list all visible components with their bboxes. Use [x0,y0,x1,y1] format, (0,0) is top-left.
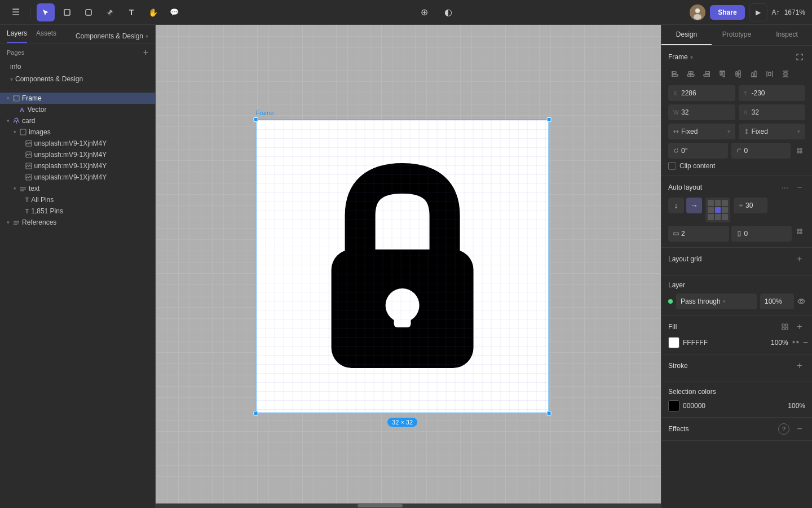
layer-image-1[interactable]: unsplash:mV9-1XjnM4Y [0,138,155,149]
align-center-v-button[interactable] [731,67,745,81]
h-field[interactable]: H [739,104,806,120]
layer-vector[interactable]: Vector [0,104,155,115]
align-dot-bl[interactable] [708,214,714,220]
autolayout-more-button[interactable]: ··· [779,182,791,193]
canvas-scrollbar[interactable] [156,503,661,508]
align-center-h-button[interactable] [684,67,698,81]
layer-images[interactable]: ▾ images [0,126,155,138]
zoom-display[interactable]: 1671% [784,8,805,16]
align-dot-tl[interactable] [708,200,714,206]
align-dot-br[interactable] [722,214,728,220]
x-input[interactable] [681,89,730,97]
layer-frame[interactable]: ▾ Frame [0,93,155,104]
layer-references[interactable]: ▾ References [0,217,155,228]
tab-assets[interactable]: Assets [36,29,56,43]
selection-color-hex[interactable] [683,402,779,410]
fill-color-swatch[interactable] [668,337,679,348]
selection-color-swatch[interactable] [668,400,679,411]
play-button[interactable]: ▶ [749,3,767,21]
resize-handle-bl[interactable] [254,411,258,415]
tab-prototype[interactable]: Prototype [712,25,762,45]
add-page-button[interactable]: + [143,48,148,57]
tab-inspect[interactable]: Inspect [762,25,812,45]
h-input[interactable] [752,108,801,116]
add-layout-grid-button[interactable]: + [794,253,805,265]
align-left-button[interactable] [668,67,682,81]
layer-image-4[interactable]: unsplash:mV9-1XjnM4Y [0,172,155,183]
direction-down-button[interactable]: ↓ [668,198,684,213]
corner-radius-field[interactable] [731,143,791,159]
direction-right-button[interactable]: → [686,198,702,213]
main-menu-button[interactable]: ☰ [7,3,25,21]
page-item-info[interactable]: info [7,60,148,73]
y-input[interactable] [752,89,801,97]
align-right-button[interactable] [700,67,713,81]
padding-v-input[interactable] [744,230,787,238]
y-field[interactable]: Y [739,85,806,101]
distribute-v-button[interactable] [779,67,792,81]
padding-h-input[interactable] [681,230,724,238]
layer-card[interactable]: ▾ card [0,115,155,126]
clip-content-checkbox[interactable] [668,162,676,170]
align-top-button[interactable] [716,67,729,81]
shape-tool-button[interactable] [80,3,98,21]
padding-h-field[interactable] [668,226,729,242]
resize-handle-tr[interactable] [547,117,551,122]
blend-mode-select[interactable]: Pass through ▾ [676,294,757,309]
fill-style-button[interactable] [779,321,791,332]
padding-more-button[interactable] [794,226,805,237]
layer-image-2[interactable]: unsplash:mV9-1XjnM4Y [0,149,155,160]
remove-fill-button[interactable]: − [803,337,808,348]
frame-tool-button[interactable] [58,3,76,21]
pen-tool-button[interactable] [101,3,119,21]
distribute-h-button[interactable] [763,67,776,81]
move-tool-button[interactable] [37,3,55,21]
frame-dropdown-icon[interactable]: ▾ [690,54,693,60]
independent-corners-button[interactable] [794,145,805,156]
component-icon-button[interactable]: ⊕ [416,3,433,21]
w-field[interactable]: W [668,104,735,120]
rotation-field[interactable] [668,143,728,159]
comment-tool-button[interactable]: 💬 [165,3,183,21]
ai-button[interactable]: A↑ [772,8,780,16]
help-button[interactable]: ? [778,423,789,435]
align-dot-tc[interactable] [715,200,721,206]
scrollbar-thumb[interactable] [358,504,403,507]
remove-effect-button[interactable]: − [794,423,805,435]
share-button[interactable]: Share [710,5,744,20]
align-dot-tr[interactable] [722,200,728,206]
align-dot-bc[interactable] [715,214,721,220]
page-item-components[interactable]: ▾ Components & Design [7,73,148,85]
autolayout-remove-button[interactable]: − [794,182,805,193]
layer-1851-pins[interactable]: T 1,851 Pins [0,205,155,217]
tab-layers[interactable]: Layers [7,29,27,43]
rotation-input[interactable] [681,147,723,155]
constraint-h-field[interactable]: Fixed ▾ [668,124,735,139]
constraint-v-field[interactable]: Fixed ▾ [739,124,806,139]
opacity-field[interactable]: 100% [760,294,794,309]
resize-icon-button[interactable] [794,51,805,63]
frame-box[interactable] [256,120,549,413]
spacing-field[interactable] [734,198,767,213]
align-bottom-button[interactable] [747,67,761,81]
theme-toggle-button[interactable]: ◐ [439,3,457,21]
layer-text-group[interactable]: ▾ text [0,183,155,194]
corner-radius-input[interactable] [744,147,786,155]
padding-v-field[interactable] [731,226,792,242]
tab-design[interactable]: Design [661,25,712,45]
resize-handle-br[interactable] [547,411,551,415]
layer-image-3[interactable]: unsplash:mV9-1XjnM4Y [0,160,155,172]
visibility-toggle-button[interactable] [797,297,805,306]
spacing-input[interactable] [745,202,762,209]
add-stroke-button[interactable]: + [794,360,805,371]
align-dot-mr[interactable] [722,207,728,213]
text-tool-button[interactable]: T [122,3,140,21]
resize-handle-tl[interactable] [254,117,258,122]
w-input[interactable] [681,108,730,116]
canvas[interactable]: Frame [156,25,661,508]
add-fill-button[interactable]: + [794,321,805,332]
breadcrumb[interactable]: Components & Design ▾ [76,29,148,43]
x-field[interactable]: X [668,85,735,101]
fill-style-icon[interactable] [792,339,800,347]
layer-all-pins[interactable]: T All Pins [0,194,155,205]
